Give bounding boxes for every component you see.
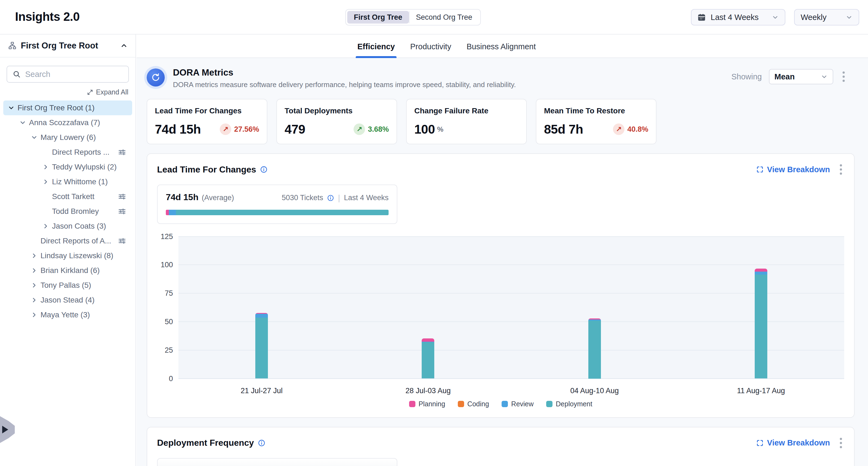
x-tick-label: 11 Aug-17 Aug [737, 387, 785, 395]
tree-item-direct-reports-of-a[interactable]: Direct Reports of A... [0, 234, 135, 248]
granularity-value: Weekly [801, 13, 827, 22]
tab-efficiency[interactable]: Efficiency [356, 35, 397, 58]
app-title: Insights 2.0 [15, 10, 80, 24]
deployment-frequency-kebab-menu[interactable] [838, 436, 844, 450]
tree-item-direct-reports[interactable]: Direct Reports ... [0, 145, 135, 159]
chevron-right-icon[interactable] [28, 311, 40, 318]
tree-item-mary-lowery-6[interactable]: Mary Lowery (6) [0, 130, 135, 145]
info-icon[interactable] [260, 166, 268, 173]
granularity-select[interactable]: Weekly [794, 9, 859, 26]
filter-sliders-icon[interactable] [118, 207, 126, 215]
y-tick-label: 100 [161, 261, 173, 269]
chevron-right-icon[interactable] [39, 223, 52, 230]
stacked-bar-04-aug-10-aug[interactable] [588, 318, 601, 378]
metric-value: 85d 7h [544, 122, 583, 137]
chevron-down-icon [845, 14, 853, 21]
tree-item-scott-tarkett[interactable]: Scott Tarkett [0, 189, 135, 204]
tree-item-anna-scozzafava-7[interactable]: Anna Scozzafava (7) [0, 115, 135, 130]
tree-item-brian-kirkland-6[interactable]: Brian Kirkland (6) [0, 263, 135, 278]
sidebar-header: First Org Tree Root [0, 34, 135, 58]
toggle-first-org-tree[interactable]: First Org Tree [347, 11, 409, 24]
tab-productivity[interactable]: Productivity [408, 35, 453, 58]
tree-item-liz-whittome-1[interactable]: Liz Whittome (1) [0, 174, 135, 189]
stacked-bar-28-jul-03-aug[interactable] [422, 339, 434, 378]
metric-title: Change Failure Rate [414, 107, 519, 115]
tree-item-first-org-tree-root-1[interactable]: First Org Tree Root (1) [3, 100, 132, 115]
chevron-down-icon[interactable] [17, 119, 29, 126]
org-tree-icon [8, 41, 17, 50]
org-tree: First Org Tree Root (1)Anna Scozzafava (… [0, 100, 135, 322]
chevron-right-icon[interactable] [39, 178, 52, 185]
trend-up-arrow-icon: ↗ [613, 123, 624, 135]
tree-item-tony-pallas-5[interactable]: Tony Pallas (5) [0, 278, 135, 293]
chevron-down-icon [821, 73, 828, 80]
legend-label: Planning [419, 400, 445, 408]
tab-business-alignment[interactable]: Business Alignment [465, 35, 537, 58]
filter-sliders-icon[interactable] [118, 237, 126, 245]
tree-item-todd-bromley[interactable]: Todd Bromley [0, 204, 135, 219]
chart-legend: PlanningCodingReviewDeployment [157, 400, 844, 408]
distribution-segment-planning [166, 210, 169, 215]
dora-titles: DORA Metrics DORA metrics measure softwa… [173, 67, 516, 89]
view-breakdown-link[interactable]: View Breakdown [756, 165, 830, 174]
chevron-right-icon[interactable] [28, 252, 40, 259]
legend-label: Review [511, 400, 534, 408]
filter-sliders-icon[interactable] [118, 193, 126, 201]
content: DORA Metrics DORA metrics measure softwa… [136, 58, 855, 466]
date-range-select[interactable]: Last 4 Weeks [691, 9, 785, 26]
tree-item-label: Lindsay Liszewski (8) [40, 251, 113, 260]
dora-title: DORA Metrics [173, 67, 516, 78]
toggle-second-org-tree[interactable]: Second Org Tree [409, 11, 479, 24]
view-breakdown-link[interactable]: View Breakdown [756, 438, 830, 447]
metric-value-suffix: % [437, 125, 443, 134]
tree-item-jason-stead-4[interactable]: Jason Stead (4) [0, 293, 135, 308]
y-tick-label: 25 [165, 346, 173, 354]
trend-delta: 40.8% [627, 125, 648, 134]
metric-title: Mean Time To Restore [544, 107, 648, 115]
tree-item-label: Scott Tarkett [52, 192, 94, 201]
legend-item-coding[interactable]: Coding [458, 400, 489, 408]
legend-item-review[interactable]: Review [502, 400, 534, 408]
sidebar: First Org Tree Root Expand All First Org… [0, 34, 136, 466]
lead-time-kebab-menu[interactable] [838, 162, 844, 177]
chevron-down-icon[interactable] [28, 134, 40, 141]
chevron-right-icon[interactable] [28, 267, 40, 274]
metric-cards: Lead Time For Changes 74d 15h ↗ 27.56%To… [147, 99, 855, 144]
chevron-right-icon[interactable] [28, 296, 40, 303]
lead-time-title-group: Lead Time For Changes [157, 165, 268, 175]
tree-item-teddy-wylupski-2[interactable]: Teddy Wylupski (2) [0, 159, 135, 174]
search-input[interactable] [25, 70, 123, 79]
collapse-panel-chevron-up-icon[interactable] [120, 42, 128, 50]
filter-sliders-icon[interactable] [118, 148, 126, 156]
showing-label: Showing [732, 72, 762, 81]
dora-header: DORA Metrics DORA metrics measure softwa… [147, 67, 855, 89]
trend-badge: ↗ 40.8% [613, 123, 648, 135]
chevron-down-icon[interactable] [5, 104, 18, 111]
info-icon[interactable] [327, 195, 334, 202]
info-icon[interactable] [258, 439, 266, 447]
bar-segment-deployment [588, 321, 601, 379]
expand-all-button[interactable]: Expand All [0, 88, 128, 96]
tree-item-jason-coats-3[interactable]: Jason Coats (3) [0, 219, 135, 234]
legend-item-deployment[interactable]: Deployment [546, 400, 592, 408]
tree-item-label: Liz Whittome (1) [52, 177, 108, 186]
trend-up-arrow-icon: ↗ [220, 123, 231, 135]
y-tick-label: 75 [165, 289, 173, 298]
bar-segment-review [255, 314, 268, 318]
legend-swatch [546, 401, 553, 407]
tree-item-label: Teddy Wylupski (2) [52, 163, 117, 171]
showing-select[interactable]: Mean [769, 69, 833, 84]
stacked-bar-21-jul-27-jul[interactable] [255, 313, 268, 379]
chevron-right-icon[interactable] [28, 282, 40, 289]
trend-badge: ↗ 27.56% [220, 123, 259, 135]
dora-kebab-menu[interactable] [840, 69, 847, 84]
legend-item-planning[interactable]: Planning [409, 400, 445, 408]
bar-segment-deployment [422, 342, 434, 379]
tree-item-lindsay-liszewski-8[interactable]: Lindsay Liszewski (8) [0, 248, 135, 263]
tree-item-maya-yette-3[interactable]: Maya Yette (3) [0, 308, 135, 322]
trend-delta: 27.56% [234, 125, 259, 134]
chevron-right-icon[interactable] [39, 164, 52, 171]
calendar-icon [698, 13, 706, 21]
sidebar-search [6, 66, 129, 83]
stacked-bar-11-aug-17-aug[interactable] [755, 269, 767, 378]
